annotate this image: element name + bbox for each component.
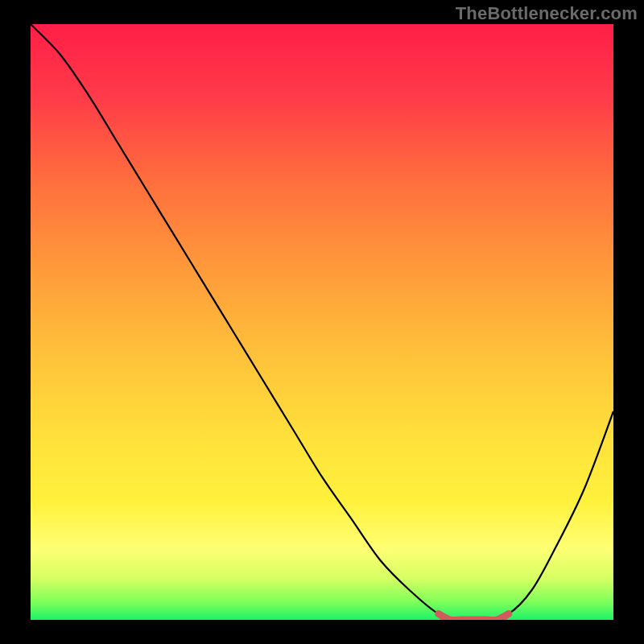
chart-container: TheBottlenecker.com — [0, 0, 644, 644]
curve-layer — [31, 24, 613, 620]
bottleneck-curve — [31, 24, 613, 620]
plot-area — [31, 24, 613, 620]
highlight-flat-bottom — [439, 614, 509, 620]
watermark-text: TheBottlenecker.com — [456, 3, 638, 24]
